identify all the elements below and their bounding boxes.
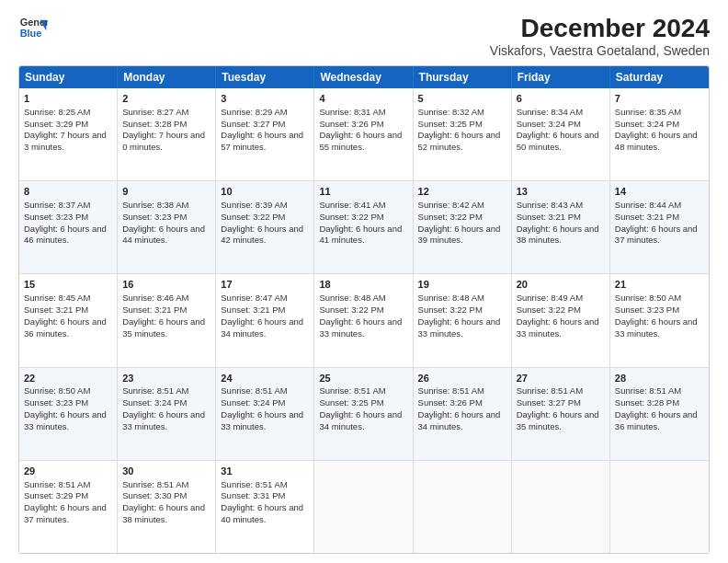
daylight-text: Daylight: 6 hours and 33 minutes. bbox=[122, 409, 205, 431]
sunset-text: Sunset: 3:31 PM bbox=[221, 490, 285, 500]
daylight-text: Daylight: 6 hours and 44 minutes. bbox=[122, 224, 205, 246]
day-number: 30 bbox=[122, 465, 210, 478]
day-number: 11 bbox=[319, 185, 407, 199]
day-number: 24 bbox=[221, 372, 309, 385]
sunset-text: Sunset: 3:24 PM bbox=[517, 119, 581, 129]
daylight-text: Daylight: 6 hours and 33 minutes. bbox=[319, 316, 402, 339]
day-number: 9 bbox=[122, 185, 210, 199]
daylight-text: Daylight: 6 hours and 39 minutes. bbox=[418, 224, 501, 246]
empty-cell bbox=[414, 461, 512, 553]
day-number: 19 bbox=[418, 278, 506, 292]
sunrise-text: Sunrise: 8:43 AM bbox=[517, 200, 583, 210]
day-number: 23 bbox=[122, 372, 210, 385]
day-number: 8 bbox=[24, 185, 112, 199]
daylight-text: Daylight: 6 hours and 55 minutes. bbox=[319, 130, 402, 152]
header-day-thursday: Thursday bbox=[414, 66, 512, 88]
sunrise-text: Sunrise: 8:27 AM bbox=[122, 107, 188, 117]
day-cell-27: 27Sunrise: 8:51 AMSunset: 3:27 PMDayligh… bbox=[512, 368, 610, 460]
sunset-text: Sunset: 3:22 PM bbox=[319, 212, 383, 222]
sunrise-text: Sunrise: 8:34 AM bbox=[517, 107, 583, 117]
daylight-text: Daylight: 6 hours and 38 minutes. bbox=[517, 224, 599, 246]
day-cell-12: 12Sunrise: 8:42 AMSunset: 3:22 PMDayligh… bbox=[414, 181, 512, 273]
sunrise-text: Sunrise: 8:48 AM bbox=[319, 293, 385, 303]
day-number: 6 bbox=[517, 92, 605, 106]
sunset-text: Sunset: 3:22 PM bbox=[418, 212, 483, 222]
day-cell-29: 29Sunrise: 8:51 AMSunset: 3:29 PMDayligh… bbox=[19, 461, 118, 553]
calendar-row-1: 1Sunrise: 8:25 AMSunset: 3:29 PMDaylight… bbox=[19, 88, 709, 181]
sunrise-text: Sunrise: 8:25 AM bbox=[24, 107, 90, 117]
day-number: 22 bbox=[24, 372, 112, 385]
sunset-text: Sunset: 3:23 PM bbox=[122, 212, 187, 222]
sunrise-text: Sunrise: 8:29 AM bbox=[221, 107, 287, 117]
day-cell-6: 6Sunrise: 8:34 AMSunset: 3:24 PMDaylight… bbox=[512, 88, 610, 180]
daylight-text: Daylight: 6 hours and 42 minutes. bbox=[221, 224, 303, 246]
sunset-text: Sunset: 3:29 PM bbox=[24, 119, 88, 129]
sunrise-text: Sunrise: 8:50 AM bbox=[24, 385, 90, 396]
day-number: 16 bbox=[122, 278, 210, 292]
sunrise-text: Sunrise: 8:51 AM bbox=[221, 385, 287, 396]
header-day-wednesday: Wednesday bbox=[314, 66, 413, 88]
empty-cell bbox=[610, 461, 709, 553]
day-cell-9: 9Sunrise: 8:38 AMSunset: 3:23 PMDaylight… bbox=[118, 181, 216, 273]
daylight-text: Daylight: 6 hours and 37 minutes. bbox=[24, 502, 107, 524]
day-number: 29 bbox=[24, 465, 112, 478]
header-day-monday: Monday bbox=[118, 66, 216, 88]
day-cell-14: 14Sunrise: 8:44 AMSunset: 3:21 PMDayligh… bbox=[610, 181, 709, 273]
calendar-row-2: 8Sunrise: 8:37 AMSunset: 3:23 PMDaylight… bbox=[19, 181, 709, 274]
daylight-text: Daylight: 6 hours and 34 minutes. bbox=[221, 316, 303, 339]
daylight-text: Daylight: 6 hours and 38 minutes. bbox=[122, 502, 205, 524]
day-number: 31 bbox=[221, 465, 309, 478]
sunset-text: Sunset: 3:24 PM bbox=[221, 397, 285, 408]
day-cell-19: 19Sunrise: 8:48 AMSunset: 3:22 PMDayligh… bbox=[414, 274, 512, 366]
day-cell-28: 28Sunrise: 8:51 AMSunset: 3:28 PMDayligh… bbox=[610, 368, 709, 460]
day-cell-5: 5Sunrise: 8:32 AMSunset: 3:25 PMDaylight… bbox=[414, 88, 512, 180]
day-number: 27 bbox=[517, 372, 605, 385]
sunrise-text: Sunrise: 8:48 AM bbox=[418, 293, 484, 303]
sunrise-text: Sunrise: 8:51 AM bbox=[122, 479, 188, 489]
daylight-text: Daylight: 7 hours and 3 minutes. bbox=[24, 130, 107, 152]
day-cell-15: 15Sunrise: 8:45 AMSunset: 3:21 PMDayligh… bbox=[19, 274, 118, 366]
day-cell-20: 20Sunrise: 8:49 AMSunset: 3:22 PMDayligh… bbox=[512, 274, 610, 366]
daylight-text: Daylight: 6 hours and 40 minutes. bbox=[221, 502, 303, 524]
day-number: 2 bbox=[122, 92, 210, 106]
daylight-text: Daylight: 6 hours and 46 minutes. bbox=[24, 224, 107, 246]
day-cell-1: 1Sunrise: 8:25 AMSunset: 3:29 PMDaylight… bbox=[19, 88, 118, 180]
sunrise-text: Sunrise: 8:51 AM bbox=[418, 385, 484, 396]
day-number: 13 bbox=[517, 185, 605, 199]
sunrise-text: Sunrise: 8:51 AM bbox=[221, 479, 287, 489]
header-day-sunday: Sunday bbox=[19, 66, 118, 88]
calendar-body: 1Sunrise: 8:25 AMSunset: 3:29 PMDaylight… bbox=[19, 88, 709, 553]
sunrise-text: Sunrise: 8:39 AM bbox=[221, 200, 287, 210]
sunset-text: Sunset: 3:21 PM bbox=[24, 304, 88, 315]
sunrise-text: Sunrise: 8:50 AM bbox=[615, 293, 681, 303]
sunset-text: Sunset: 3:27 PM bbox=[221, 119, 285, 129]
day-cell-3: 3Sunrise: 8:29 AMSunset: 3:27 PMDaylight… bbox=[216, 88, 314, 180]
daylight-text: Daylight: 6 hours and 37 minutes. bbox=[615, 224, 698, 246]
sunset-text: Sunset: 3:23 PM bbox=[24, 212, 88, 222]
day-number: 21 bbox=[615, 278, 704, 292]
sunset-text: Sunset: 3:24 PM bbox=[122, 397, 187, 408]
daylight-text: Daylight: 6 hours and 48 minutes. bbox=[615, 130, 698, 152]
sunrise-text: Sunrise: 8:44 AM bbox=[615, 200, 681, 210]
daylight-text: Daylight: 6 hours and 33 minutes. bbox=[24, 409, 107, 431]
sunrise-text: Sunrise: 8:35 AM bbox=[615, 107, 681, 117]
sunrise-text: Sunrise: 8:45 AM bbox=[24, 293, 90, 303]
day-cell-21: 21Sunrise: 8:50 AMSunset: 3:23 PMDayligh… bbox=[610, 274, 709, 366]
day-number: 18 bbox=[319, 278, 407, 292]
sunrise-text: Sunrise: 8:32 AM bbox=[418, 107, 484, 117]
empty-cell bbox=[314, 461, 413, 553]
sunset-text: Sunset: 3:23 PM bbox=[24, 397, 88, 408]
daylight-text: Daylight: 6 hours and 33 minutes. bbox=[615, 316, 698, 339]
day-cell-11: 11Sunrise: 8:41 AMSunset: 3:22 PMDayligh… bbox=[314, 181, 413, 273]
sunrise-text: Sunrise: 8:51 AM bbox=[319, 385, 385, 396]
empty-cell bbox=[512, 461, 610, 553]
sunset-text: Sunset: 3:28 PM bbox=[615, 397, 679, 408]
sunset-text: Sunset: 3:28 PM bbox=[122, 119, 187, 129]
calendar-header: SundayMondayTuesdayWednesdayThursdayFrid… bbox=[19, 66, 709, 88]
sunset-text: Sunset: 3:27 PM bbox=[517, 397, 581, 408]
daylight-text: Daylight: 6 hours and 33 minutes. bbox=[517, 316, 599, 339]
header-day-tuesday: Tuesday bbox=[216, 66, 314, 88]
day-number: 12 bbox=[418, 185, 506, 199]
logo: General Blue bbox=[18, 14, 48, 43]
sunset-text: Sunset: 3:26 PM bbox=[418, 397, 483, 408]
